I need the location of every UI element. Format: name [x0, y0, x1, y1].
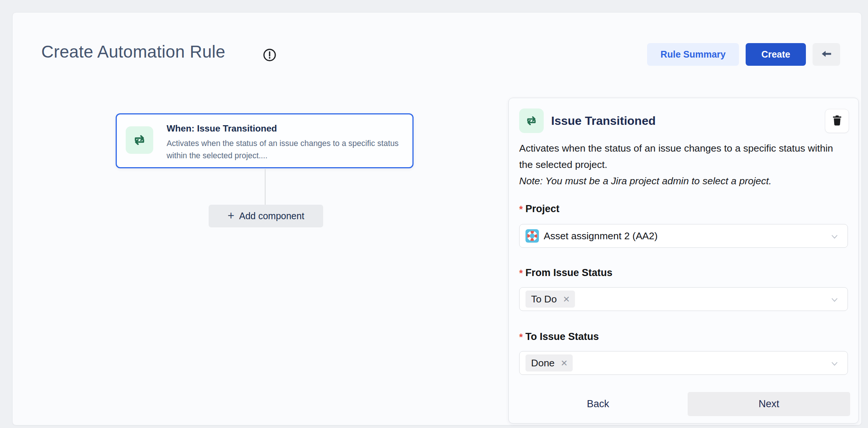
to-status-select[interactable]: Done ×: [519, 351, 848, 375]
chevron-down-icon: [830, 359, 839, 370]
panel-note: Note: You must be a Jira project admin t…: [519, 173, 849, 189]
plus-icon: +: [228, 210, 234, 221]
trigger-card-description: Activates when the status of an issue ch…: [167, 137, 402, 162]
back-button[interactable]: Back: [565, 392, 631, 416]
chevron-down-icon: [830, 232, 839, 243]
trigger-node-issue-transitioned[interactable]: When: Issue Transitioned Activates when …: [116, 113, 414, 168]
create-button[interactable]: Create: [746, 43, 806, 66]
next-button[interactable]: Next: [688, 392, 850, 416]
add-component-button[interactable]: + Add component: [209, 205, 323, 227]
info-circle-icon[interactable]: [263, 48, 277, 62]
arrow-left-icon: [820, 48, 833, 61]
project-field-label: * Project: [519, 203, 559, 215]
rule-summary-button[interactable]: Rule Summary: [647, 43, 739, 66]
project-avatar-lifebuoy-icon: [525, 229, 539, 243]
required-asterisk: *: [519, 267, 523, 279]
panel-title: Issue Transitioned: [551, 114, 656, 128]
project-select[interactable]: Asset assignment 2 (AA2): [519, 224, 848, 248]
trigger-card-title: When: Issue Transitioned: [167, 123, 277, 134]
project-select-value: Asset assignment 2 (AA2): [544, 230, 658, 242]
from-status-field-label: * From Issue Status: [519, 267, 613, 279]
page-title: Create Automation Rule: [41, 42, 225, 62]
trash-icon: [832, 114, 843, 127]
add-component-label: Add component: [239, 211, 304, 221]
transition-arrows-icon: [519, 108, 544, 133]
node-connector-line: [265, 169, 266, 205]
header-actions: Rule Summary Create: [647, 43, 840, 66]
create-rule-page: Create Automation Rule Rule Summary Crea…: [12, 12, 862, 425]
status-tag-to-do: To Do ×: [525, 291, 575, 308]
panel-description-block: Activates when the status of an issue ch…: [519, 140, 849, 189]
trigger-config-panel: Issue Transitioned Activates when the st…: [508, 98, 859, 424]
remove-tag-icon[interactable]: ×: [561, 294, 572, 305]
status-tag-done: Done ×: [525, 354, 573, 372]
back-arrow-button[interactable]: [813, 43, 840, 66]
remove-tag-icon[interactable]: ×: [559, 357, 570, 369]
panel-description: Activates when the status of an issue ch…: [519, 140, 849, 173]
to-status-field-label: * To Issue Status: [519, 331, 599, 343]
required-asterisk: *: [519, 331, 523, 343]
from-status-select[interactable]: To Do ×: [519, 287, 848, 311]
required-asterisk: *: [519, 203, 523, 215]
chevron-down-icon: [830, 295, 839, 306]
delete-trigger-button[interactable]: [825, 109, 849, 133]
transition-arrows-icon: [126, 126, 153, 154]
